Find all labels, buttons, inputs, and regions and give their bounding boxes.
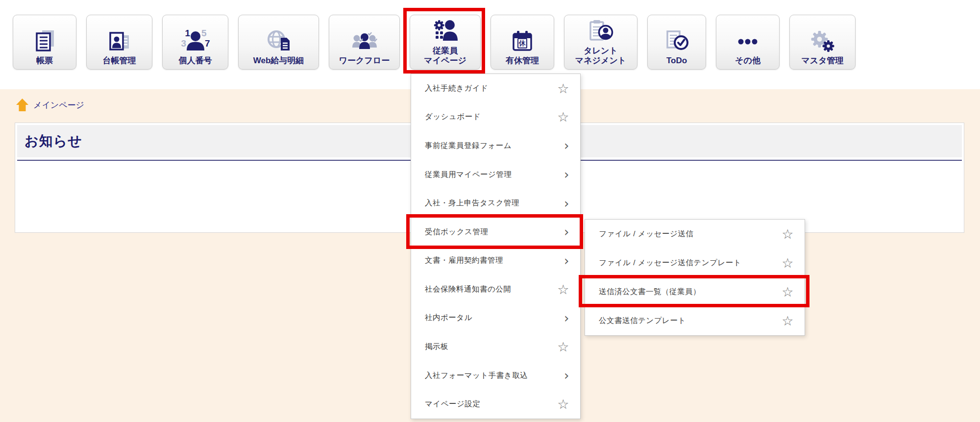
menu-item-social-insurance-notice-publication[interactable]: 社会保険料通知書の公開 ☆ <box>411 275 580 304</box>
toolbar-button-web-payslip[interactable]: Web給与明細 <box>238 15 319 70</box>
home-icon <box>16 98 29 112</box>
calendar-rest-character: 休 <box>517 38 527 49</box>
people-workflow-icon <box>351 28 378 54</box>
digit-5: 5 <box>201 28 207 38</box>
menu-item-inbox-management[interactable]: 受信ボックス管理 › <box>411 218 580 247</box>
star-icon[interactable]: ☆ <box>557 283 569 296</box>
star-icon[interactable]: ☆ <box>782 314 794 327</box>
person-gear-icon <box>432 18 459 45</box>
menu-item-document-contract-management[interactable]: 文書・雇用契約書管理 › <box>411 246 580 275</box>
digit-1: 1 <box>185 28 191 38</box>
breadcrumb-label[interactable]: メインページ <box>33 99 84 111</box>
calendar-rest-icon: 休 <box>509 28 536 54</box>
star-icon[interactable]: ☆ <box>782 227 794 241</box>
toolbar-button-talent-management[interactable]: タレント マネジメント <box>564 15 637 70</box>
documents-icon <box>31 28 58 54</box>
breadcrumb[interactable]: メインページ <box>16 98 84 112</box>
star-icon[interactable]: ☆ <box>557 110 569 124</box>
chevron-right-icon: › <box>564 254 569 267</box>
menu-item-internal-portal[interactable]: 社内ポータル › <box>411 304 580 333</box>
chevron-right-icon: › <box>564 197 569 210</box>
star-icon[interactable]: ☆ <box>557 82 569 95</box>
menu-item-mypage-settings[interactable]: マイページ設定 ☆ <box>411 390 580 419</box>
digit-7: 7 <box>205 39 210 48</box>
submenu-item-file-message-send[interactable]: ファイル / メッセージ送信 ☆ <box>585 220 805 248</box>
chevron-right-icon: › <box>564 225 569 238</box>
chevron-right-icon: › <box>564 139 569 152</box>
toolbar-button-employee-mypage[interactable]: 従業員 マイページ <box>410 15 481 70</box>
ledger-card-icon <box>106 28 133 54</box>
star-icon[interactable]: ☆ <box>782 256 794 270</box>
menu-item-pre-employee-registration-form[interactable]: 事前従業員登録フォーム › <box>411 131 580 160</box>
person-numbers-icon: 1 5 3 7 <box>182 28 209 54</box>
toolbar-button-reports[interactable]: 帳票 <box>13 15 76 70</box>
globe-document-icon <box>266 28 292 54</box>
menu-item-onboarding-report-task-management[interactable]: 入社・身上申告タスク管理 › <box>411 189 580 218</box>
app-toolbar: 帳票 台帳管理 1 5 3 7 <box>13 15 856 70</box>
toolbar-button-master-management[interactable]: マスタ管理 <box>789 15 856 70</box>
submenu-item-official-document-send-template[interactable]: 公文書送信テンプレート ☆ <box>585 306 805 335</box>
notice-title: お知らせ <box>24 132 82 150</box>
ellipsis-icon <box>735 28 761 54</box>
star-icon[interactable]: ☆ <box>782 285 794 298</box>
employee-mypage-dropdown-menu: 入社手続きガイド ☆ ダッシュボード ☆ 事前従業員登録フォーム › 従業員用マ… <box>411 74 581 419</box>
menu-item-onboarding-guide[interactable]: 入社手続きガイド ☆ <box>411 74 580 103</box>
chevron-right-icon: › <box>564 312 569 324</box>
toolbar-button-my-number[interactable]: 1 5 3 7 個人番号 <box>162 15 228 70</box>
toolbar-button-others[interactable]: その他 <box>716 15 780 70</box>
menu-item-onboarding-format-handwriting-import[interactable]: 入社フォーマット手書き取込 › <box>411 361 580 390</box>
toolbar-button-workflow[interactable]: ワークフロー <box>329 15 400 70</box>
clipboard-person-icon <box>588 18 614 45</box>
submenu-item-file-message-send-template[interactable]: ファイル / メッセージ送信テンプレート ☆ <box>585 248 805 277</box>
menu-item-employee-mypage-management[interactable]: 従業員用マイページ管理 › <box>411 160 580 189</box>
star-icon[interactable]: ☆ <box>557 340 569 353</box>
toolbar-button-ledger-management[interactable]: 台帳管理 <box>86 15 152 70</box>
chevron-right-icon: › <box>564 168 569 181</box>
toolbar-button-todo[interactable]: ToDo <box>647 15 706 70</box>
digit-3: 3 <box>181 39 187 48</box>
menu-item-bulletin-board[interactable]: 掲示板 ☆ <box>411 332 580 361</box>
star-icon[interactable]: ☆ <box>557 397 569 411</box>
chevron-right-icon: › <box>564 369 569 382</box>
inbox-management-submenu: ファイル / メッセージ送信 ☆ ファイル / メッセージ送信テンプレート ☆ … <box>585 219 805 336</box>
gears-icon <box>809 28 836 54</box>
todo-check-icon <box>663 28 690 54</box>
toolbar-button-leave-management[interactable]: 休 有休管理 <box>490 15 554 70</box>
menu-item-dashboard[interactable]: ダッシュボード ☆ <box>411 103 580 132</box>
toolbar-button-label: 帳票 <box>36 56 53 66</box>
submenu-item-sent-official-documents-list-employee[interactable]: 送信済公文書一覧（従業員） ☆ <box>585 277 805 306</box>
